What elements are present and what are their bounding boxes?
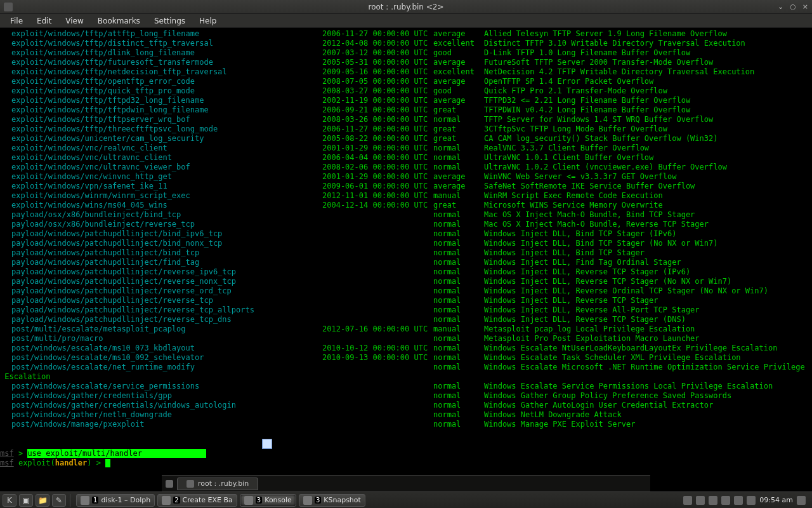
module-row: exploit/windows/tftp/futuresoft_transfer… (0, 58, 812, 67)
module-rank: normal (433, 353, 484, 363)
module-date: 2006-09-21 00:00:00 UTC (322, 105, 433, 115)
module-date: 2005-08-22 00:00:00 UTC (322, 134, 433, 144)
module-name: post/windows/escalate/ms10_092_schelevat… (11, 353, 322, 363)
module-date: 2002-11-19 00:00:00 UTC (322, 96, 433, 105)
cursor-icon (105, 459, 110, 467)
module-desc: Windows Inject DLL, Reverse All-Port TCP… (484, 305, 700, 315)
kde-launcher-icon[interactable]: K (3, 494, 16, 507)
terminal-output[interactable]: exploit/windows/tftp/attftp_long_filenam… (0, 28, 812, 491)
module-date (322, 220, 433, 229)
msf-prompt-use: msf > use exploit/multi/handler (0, 449, 812, 458)
task-label: KSnapshot (324, 496, 361, 504)
module-rank: average (433, 58, 484, 67)
module-date (322, 401, 433, 410)
task-app-icon (81, 496, 89, 505)
module-date (322, 305, 433, 315)
module-rank: normal (433, 248, 484, 258)
module-desc: Windows Escalate NtUserLoadKeyboardLayou… (484, 344, 777, 353)
module-name: payload/windows/patchupdllinject/reverse… (11, 267, 322, 277)
module-desc: Windows Inject DLL, Bind TCP Stager (484, 248, 645, 258)
window-minimize-icon[interactable]: ⌄ (778, 3, 783, 11)
task-button[interactable]: 1disk-1 – Dolph (76, 494, 155, 507)
module-row: exploit/windows/tftp/quick_tftp_pro_mode… (0, 86, 812, 96)
module-name: payload/windows/patchupdllinject/reverse… (11, 315, 322, 324)
module-date (322, 420, 433, 429)
module-row: post/multi/escalate/metasploit_pcaplog20… (0, 324, 812, 334)
window-close-icon[interactable]: × (802, 3, 808, 11)
task-button[interactable]: 2Create EXE Ba (157, 494, 237, 507)
module-row: post/multi/pro/macronormalMetasploit Pro… (0, 334, 812, 344)
module-date (322, 229, 433, 239)
menu-bookmarks[interactable]: Bookmarks (91, 15, 147, 27)
module-desc: Microsoft WINS Service Memory Overwrite (484, 201, 663, 210)
module-date: 2006-04-04 00:00:00 UTC (322, 153, 433, 163)
module-row: post/windows/escalate/ms10_092_schelevat… (0, 353, 812, 363)
module-date (322, 267, 433, 277)
menu-view[interactable]: View (59, 15, 89, 27)
task-app-icon (162, 496, 171, 505)
module-name: payload/windows/patchupdllinject/bind_ip… (11, 229, 322, 239)
tray-network-icon[interactable] (683, 496, 692, 505)
module-row: exploit/windows/vpn/safenet_ike_112009-0… (0, 182, 812, 191)
menu-file[interactable]: File (4, 15, 29, 27)
module-rank: manual (433, 324, 484, 334)
quicklaunch-editor-icon[interactable]: ✎ (52, 494, 66, 507)
module-name: exploit/windows/unicenter/cam_log_securi… (11, 134, 322, 144)
module-row: exploit/windows/tftp/tftpdwin_long_filen… (0, 105, 812, 115)
module-row: exploit/windows/vnc/ultravnc_client2006-… (0, 153, 812, 163)
module-name: post/multi/escalate/metasploit_pcaplog (11, 324, 322, 334)
module-desc: NetDecision 4.2 TFTP Writable Directory … (484, 67, 754, 77)
menu-help[interactable]: Help (193, 15, 223, 27)
module-name: exploit/windows/tftp/tftpserver_wrq_bof (11, 115, 322, 124)
module-rank: normal (433, 239, 484, 248)
msf-prompt-handler[interactable]: msf exploit(handler) > (0, 458, 812, 468)
module-rank: average (433, 96, 484, 105)
module-row: payload/windows/patchupdllinject/reverse… (0, 277, 812, 286)
module-rank: normal (433, 210, 484, 220)
module-row: exploit/windows/vnc/ultravnc_viewer_bof2… (0, 163, 812, 172)
module-desc: UltraVNC 1.0.1 Client Buffer Overflow (484, 153, 653, 163)
module-row: exploit/windows/tftp/opentftp_error_code… (0, 77, 812, 86)
task-badge: 3 (256, 497, 262, 504)
quicklaunch-terminal-icon[interactable]: ▣ (19, 494, 33, 507)
module-row: exploit/windows/tftp/netdecision_tftp_tr… (0, 67, 812, 77)
module-row: payload/windows/patchupdllinject/reverse… (0, 267, 812, 277)
module-rank: normal (433, 410, 484, 420)
quicklaunch-files-icon[interactable]: 📁 (36, 494, 49, 507)
konsole-tabbar: root : .ruby.bin (162, 475, 650, 491)
task-button[interactable]: 3Konsole (240, 494, 296, 507)
tray-showdesktop-icon[interactable] (797, 496, 806, 505)
task-badge: 3 (315, 497, 321, 504)
module-date: 2006-11-27 00:00:00 UTC (322, 29, 433, 39)
module-desc: Windows Inject DLL, Reverse TCP Stager (… (484, 315, 686, 324)
new-tab-icon[interactable] (166, 480, 173, 488)
tray-chevron-icon[interactable] (747, 496, 756, 505)
module-rank: normal (433, 401, 484, 410)
menu-edit[interactable]: Edit (30, 15, 58, 27)
konsole-tab[interactable]: root : .ruby.bin (177, 478, 258, 490)
module-name: payload/windows/patchupdllinject/bind_tc… (11, 248, 322, 258)
window-maximize-icon[interactable]: ○ (790, 3, 796, 11)
tray-clipboard-icon[interactable] (734, 496, 743, 505)
module-date: 2012-07-16 00:00:00 UTC (322, 324, 433, 334)
module-row: post/windows/gather/credentials/windows_… (0, 401, 812, 410)
tray-updates-icon[interactable] (709, 496, 717, 505)
document-icon[interactable] (262, 439, 272, 449)
menu-settings[interactable]: Settings (148, 15, 192, 27)
module-row: exploit/windows/vnc/winvnc_http_get2001-… (0, 172, 812, 182)
module-row: payload/windows/patchupdllinject/find_ta… (0, 258, 812, 267)
module-name: exploit/windows/tftp/dlink_long_filename (11, 48, 322, 58)
module-row: payload/windows/patchupdllinject/bind_tc… (0, 248, 812, 258)
window-app-icon (4, 3, 13, 11)
tray-volume-icon[interactable] (721, 496, 730, 505)
module-date: 2008-02-06 00:00:00 UTC (322, 163, 433, 172)
task-label: Create EXE Ba (183, 496, 233, 504)
tray-bluetooth-icon[interactable] (696, 496, 705, 505)
task-button[interactable]: 3KSnapshot (299, 494, 365, 507)
module-name: exploit/windows/tftp/tftpd32_long_filena… (11, 96, 322, 105)
module-date: 2007-03-12 00:00:00 UTC (322, 48, 433, 58)
module-name: exploit/windows/tftp/distinct_tftp_trave… (11, 39, 322, 48)
module-date (322, 363, 433, 372)
module-name: post/windows/manage/pxexploit (11, 420, 322, 429)
taskbar-clock[interactable]: 09:54 am (759, 496, 793, 504)
